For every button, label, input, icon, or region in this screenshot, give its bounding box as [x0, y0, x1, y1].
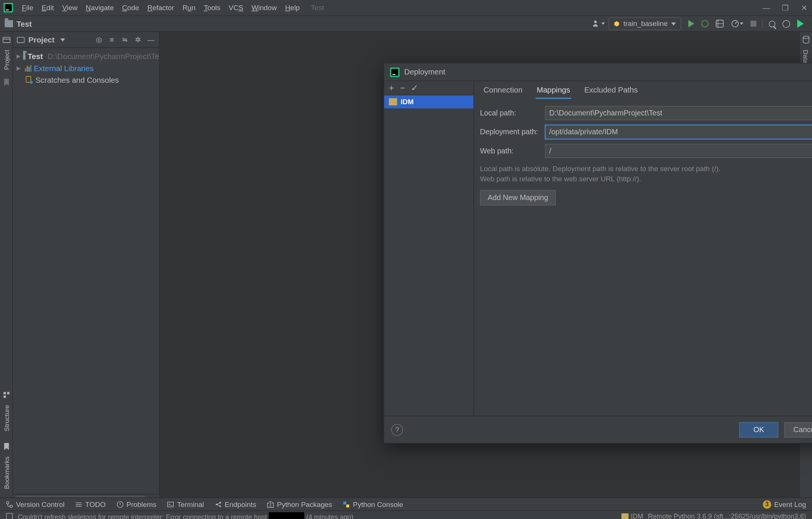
external-libraries-icon: [25, 65, 31, 72]
svg-rect-27: [347, 504, 350, 507]
menu-code[interactable]: Code: [118, 0, 143, 16]
svg-rect-11: [26, 76, 31, 82]
gutter-bookmarks-label[interactable]: Bookmarks: [3, 457, 10, 489]
terminal-tool[interactable]: Terminal: [167, 500, 204, 508]
python-packages-tool[interactable]: Python Packages: [267, 500, 332, 508]
gutter-project-label[interactable]: Project: [3, 50, 10, 70]
status-deployment-server[interactable]: IDM: [621, 513, 643, 519]
version-control-tool[interactable]: Version Control: [6, 500, 65, 508]
database-gutter-icon[interactable]: [802, 35, 810, 44]
breadcrumb[interactable]: Test: [17, 19, 32, 28]
tab-excluded-paths[interactable]: Excluded Paths: [583, 82, 639, 99]
project-tree[interactable]: ▶ Test D:\Document\PycharmProject\Te ▶ E…: [13, 48, 159, 494]
gear-icon: [782, 20, 790, 27]
chevron-right-icon[interactable]: ▶: [17, 53, 21, 59]
menu-edit[interactable]: Edit: [38, 0, 58, 16]
svg-rect-8: [7, 392, 9, 395]
endpoints-tool[interactable]: Endpoints: [215, 500, 256, 508]
run-with-coverage-button[interactable]: [712, 17, 727, 30]
project-tool-window: Project ◎ ≡ ≒ ✲ — ▶ Test D:\Document\Pyc…: [13, 32, 160, 500]
sftp-server-icon: [621, 513, 629, 519]
bookmarks-gutter-icon[interactable]: [2, 78, 11, 86]
local-path-label: Local path:: [480, 109, 541, 117]
menu-file[interactable]: File: [18, 0, 38, 16]
server-list-item[interactable]: IDM: [384, 95, 474, 108]
ok-button[interactable]: OK: [739, 422, 778, 437]
jetbrains-marketplace-button[interactable]: [794, 17, 807, 30]
window-close-button[interactable]: ✕: [800, 3, 809, 12]
status-bar: Couldn't refresh skeletons for remote in…: [0, 510, 812, 519]
panel-hide-button[interactable]: —: [146, 35, 156, 44]
svg-rect-15: [392, 74, 395, 74]
chevron-right-icon[interactable]: ▶: [17, 65, 23, 71]
local-path-input[interactable]: [545, 106, 812, 120]
add-server-button[interactable]: +: [389, 83, 394, 93]
gutter-structure-label[interactable]: Structure: [3, 405, 10, 431]
deployment-path-input[interactable]: [545, 125, 812, 139]
project-view-dropdown-icon[interactable]: [61, 38, 65, 41]
menu-help[interactable]: Help: [281, 0, 304, 16]
tree-root-path: D:\Document\PycharmProject\Te: [48, 52, 159, 61]
server-list-toolbar: + − ✓: [384, 81, 474, 96]
window-minimize-button[interactable]: —: [762, 3, 771, 12]
dialog-right-panel: Connection Mappings Excluded Paths Local…: [474, 81, 812, 416]
editor-area: Deployment ✕ + − ✓ ID: [160, 32, 799, 500]
run-configuration-dropdown[interactable]: ⬢ train_baseline: [609, 17, 681, 30]
left-tool-gutter: Project Structure Bookmarks: [0, 32, 13, 500]
menu-tools[interactable]: Tools: [200, 0, 224, 16]
tab-connection[interactable]: Connection: [482, 82, 524, 99]
set-default-server-button[interactable]: ✓: [411, 83, 418, 93]
project-panel-header: Project ◎ ≡ ≒ ✲ —: [13, 32, 159, 48]
python-console-tool[interactable]: Python Console: [343, 500, 403, 508]
stop-button[interactable]: [747, 17, 760, 30]
problems-tool[interactable]: Problems: [116, 500, 156, 508]
project-panel-title[interactable]: Project: [29, 35, 55, 44]
status-message[interactable]: Couldn't refresh skeletons for remote in…: [18, 512, 353, 519]
cancel-button[interactable]: Cancel: [784, 422, 812, 437]
svg-rect-2: [6, 9, 9, 10]
locate-file-button[interactable]: ◎: [94, 35, 103, 44]
profiler-button[interactable]: [727, 17, 747, 30]
search-everywhere-button[interactable]: [765, 17, 779, 30]
jb-icon: [797, 20, 804, 28]
menu-refactor[interactable]: Refactor: [143, 0, 178, 16]
tab-mappings[interactable]: Mappings: [535, 82, 571, 99]
dialog-help-button[interactable]: ?: [391, 423, 403, 435]
status-toggle-icon[interactable]: [6, 513, 13, 519]
panel-settings-button[interactable]: ✲: [133, 35, 142, 44]
menu-view[interactable]: View: [58, 0, 82, 16]
structure-gutter-icon[interactable]: [2, 391, 11, 399]
run-button[interactable]: [685, 17, 698, 30]
event-log-tool[interactable]: 3Event Log: [763, 500, 806, 508]
tree-scratches-row[interactable]: Scratches and Consoles: [13, 74, 159, 86]
menu-window[interactable]: Window: [247, 0, 281, 16]
menu-navigate[interactable]: Navigate: [82, 0, 118, 16]
remove-server-button[interactable]: −: [400, 83, 405, 93]
user-switcher-icon[interactable]: [588, 17, 609, 30]
tree-external-libs-row[interactable]: ▶ External Libraries: [13, 62, 159, 74]
menu-run[interactable]: Run: [178, 0, 200, 16]
redacted-host: [269, 512, 304, 519]
bookmarks-gutter-icon-2[interactable]: [2, 442, 11, 451]
svg-rect-6: [3, 37, 10, 42]
project-gutter-icon[interactable]: [2, 35, 11, 44]
tree-root-row[interactable]: ▶ Test D:\Document\PycharmProject\Te: [13, 50, 159, 62]
window-maximize-button[interactable]: ❐: [781, 3, 789, 12]
collapse-all-button[interactable]: ≒: [120, 35, 130, 44]
dialog-footer: ? OK Cancel: [384, 416, 812, 443]
search-icon: [769, 20, 775, 27]
debug-button[interactable]: [698, 17, 712, 30]
add-new-mapping-button[interactable]: Add New Mapping: [480, 190, 556, 205]
title-bar: File Edit View Navigate Code Refactor Ru…: [0, 0, 812, 16]
dialog-title-bar[interactable]: Deployment ✕: [384, 63, 812, 81]
bottom-tool-strip: Version Control TODO Problems Terminal E…: [0, 497, 812, 510]
deployment-dialog: Deployment ✕ + − ✓ ID: [383, 63, 812, 443]
svg-rect-7: [3, 392, 6, 395]
dialog-overlay: Deployment ✕ + − ✓ ID: [160, 32, 799, 500]
todo-tool[interactable]: TODO: [75, 500, 106, 508]
web-path-input[interactable]: [545, 144, 812, 158]
expand-all-button[interactable]: ≡: [107, 35, 117, 44]
mappings-form: Local path: Deployment path:: [480, 99, 812, 210]
menu-vcs[interactable]: VCS: [224, 0, 247, 16]
ide-settings-button[interactable]: [779, 17, 794, 30]
